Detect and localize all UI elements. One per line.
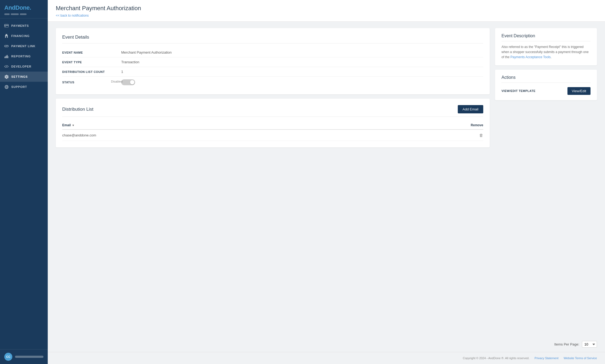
svg-rect-4 — [6, 34, 7, 35]
sidebar-item-developer[interactable]: DEVELOPER — [0, 61, 48, 72]
globe-icon — [4, 85, 9, 89]
svg-rect-6 — [5, 57, 5, 58]
credit-card-icon — [4, 24, 9, 28]
toggle-knob — [130, 80, 134, 84]
event-details-title: Event Details — [62, 35, 483, 43]
event-type-label: EVENT TYPE — [62, 61, 121, 64]
view-edit-template-label: VIEW/EDIT TEMPLATE — [501, 89, 536, 92]
nav-support-label: SUPPORT — [11, 85, 27, 88]
svg-rect-9 — [8, 56, 8, 58]
gear-icon — [4, 75, 9, 79]
sidebar-account-bars — [4, 13, 43, 15]
event-description-card: Event Description Also referred to as th… — [495, 28, 597, 65]
logo: AndDone. — [0, 0, 48, 18]
status-value: Disabled — [121, 79, 483, 85]
nav-payments-label: PAYMENTS — [11, 24, 29, 27]
privacy-statement-link[interactable]: Privacy Statement — [534, 356, 558, 360]
page-header: Merchant Payment Authorization << back t… — [48, 0, 605, 22]
sidebar-footer: CC — [0, 349, 48, 364]
svg-rect-0 — [5, 24, 9, 27]
sidebar-item-payments[interactable]: PAYMENTS — [0, 21, 48, 31]
event-name-row: EVENT NAME Merchant Payment Authorizatio… — [62, 48, 483, 57]
svg-rect-7 — [6, 56, 6, 58]
svg-rect-1 — [4, 25, 9, 26]
website-terms-link[interactable]: Website Terms of Service — [564, 356, 597, 360]
status-toggle[interactable]: Disabled — [121, 79, 135, 85]
back-to-notifications-link[interactable]: << back to notifications — [56, 14, 89, 17]
sidebar-item-settings[interactable]: SETTINGS — [0, 72, 48, 82]
event-description-text: Also referred to as the "Payment Receipt… — [501, 44, 591, 60]
status-toggle-container: Disabled — [121, 79, 483, 85]
nav-reporting-label: REPORTING — [11, 55, 31, 58]
bar-chart-icon — [4, 54, 9, 58]
actions-title: Actions — [501, 75, 591, 83]
brand-dot: . — [29, 4, 31, 11]
right-panel: Event Description Also referred to as th… — [495, 28, 597, 100]
sidebar-item-support[interactable]: SUPPORT — [0, 82, 48, 92]
svg-rect-8 — [7, 55, 8, 58]
items-per-page-select[interactable]: 10 25 50 100 — [582, 341, 597, 348]
payments-acceptance-tools-link[interactable]: Payments Acceptance Tools — [510, 55, 551, 59]
event-details-card: Event Details EVENT NAME Merchant Paymen… — [56, 28, 490, 94]
sidebar-item-financing[interactable]: FINANCING — [0, 31, 48, 41]
view-edit-button[interactable]: View/Edit — [567, 87, 591, 95]
nav-settings-label: SETTINGS — [11, 75, 28, 78]
sidebar-nav: PAYMENTS FINANCING PAYMENT LINK — [0, 18, 48, 349]
sidebar: AndDone. PAYMENTS — [0, 0, 48, 364]
remove-column-header: Remove — [471, 123, 483, 127]
actions-card: Actions VIEW/EDIT TEMPLATE View/Edit — [495, 70, 597, 100]
view-edit-template-row: VIEW/EDIT TEMPLATE View/Edit — [501, 87, 591, 95]
left-panel: Event Details EVENT NAME Merchant Paymen… — [56, 28, 490, 147]
distribution-count-label: DISTRIBUTION LIST COUNT — [62, 70, 121, 73]
brand-name-part2: Done — [15, 4, 29, 11]
main-content: Merchant Payment Authorization << back t… — [48, 0, 605, 364]
svg-rect-2 — [5, 26, 6, 27]
event-type-value: Transaction — [121, 60, 483, 64]
row-email: chase@anddone.com — [62, 133, 96, 137]
pagination-bar: Items Per Page: 10 25 50 100 — [48, 337, 605, 352]
code-icon — [4, 64, 9, 69]
copyright-text: Copyright © 2024 - AndDone ®. All rights… — [463, 356, 530, 360]
items-per-page-label: Items Per Page: — [554, 342, 579, 346]
user-name-placeholder — [15, 356, 43, 358]
building-icon — [4, 34, 9, 38]
svg-rect-5 — [6, 36, 7, 38]
nav-payment-link-label: PAYMENT LINK — [11, 44, 35, 48]
event-details-fields: EVENT NAME Merchant Payment Authorizatio… — [62, 48, 483, 88]
status-row: STATUS Disabled — [62, 77, 483, 88]
svg-line-10 — [6, 65, 7, 68]
sidebar-item-payment-link[interactable]: PAYMENT LINK — [0, 41, 48, 51]
link-icon — [4, 44, 9, 48]
brand-name: AndDone. — [4, 4, 43, 11]
distribution-count-value: 1 — [121, 70, 483, 74]
nav-financing-label: FINANCING — [11, 34, 29, 38]
event-name-value: Merchant Payment Authorization — [121, 50, 483, 54]
distribution-table-header: Email ▼ Remove — [62, 121, 483, 130]
page-footer: Copyright © 2024 - AndDone ®. All rights… — [48, 352, 605, 364]
distribution-list-card: Distribution List Add Email Email ▼ Remo… — [56, 99, 490, 147]
email-header-label: Email — [62, 123, 71, 127]
distribution-rows: chase@anddone.com 🗑 — [62, 130, 483, 141]
sidebar-item-reporting[interactable]: REPORTING — [0, 51, 48, 61]
delete-email-icon[interactable]: 🗑 — [479, 133, 483, 138]
brand-name-part1: And — [4, 4, 15, 11]
distribution-list-title: Distribution List — [62, 107, 93, 112]
add-email-button[interactable]: Add Email — [458, 105, 483, 113]
event-type-row: EVENT TYPE Transaction — [62, 57, 483, 67]
sort-arrow-icon: ▼ — [72, 124, 75, 127]
distribution-count-row: DISTRIBUTION LIST COUNT 1 — [62, 67, 483, 77]
event-description-title: Event Description — [501, 34, 591, 41]
page-title: Merchant Payment Authorization — [56, 5, 597, 12]
nav-developer-label: DEVELOPER — [11, 65, 31, 68]
event-name-label: EVENT NAME — [62, 51, 121, 54]
email-column-header[interactable]: Email ▼ — [62, 123, 75, 127]
toggle-disabled-label: Disabled — [111, 80, 123, 83]
content-area: Event Details EVENT NAME Merchant Paymen… — [48, 22, 605, 337]
distribution-list-header: Distribution List Add Email — [62, 105, 483, 117]
distribution-row: chase@anddone.com 🗑 — [62, 130, 483, 141]
user-avatar: CC — [4, 353, 12, 361]
